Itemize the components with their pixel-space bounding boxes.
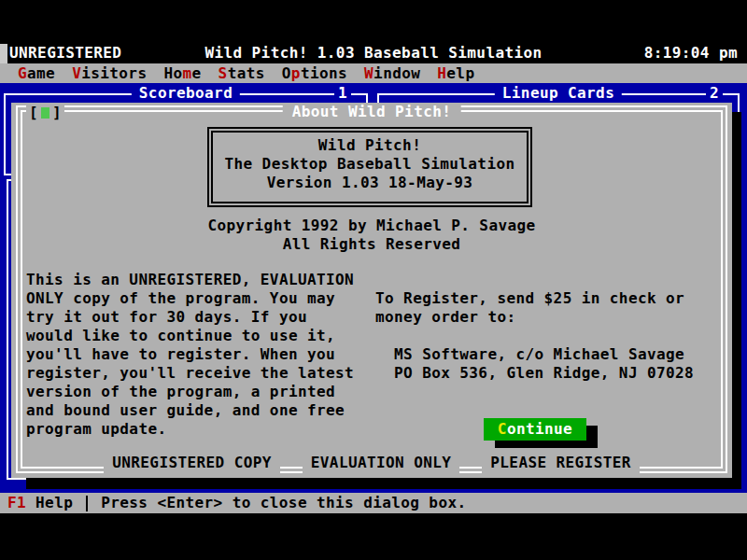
clock: 8:19:04 pm: [644, 44, 738, 63]
menu-hotkey-letter: S: [218, 64, 228, 82]
menu-item-game[interactable]: Game: [9, 64, 63, 83]
close-box-icon: [41, 107, 49, 119]
menu-item-help[interactable]: Help: [429, 64, 483, 83]
registration-info-line: [375, 327, 694, 345]
window-lineup-cards-number: 2: [706, 84, 723, 103]
dialog-close-button[interactable]: []: [26, 104, 64, 122]
menu-item-stats[interactable]: Stats: [210, 64, 274, 83]
menu-bar: GameVisitorsHomeStatsOptionsWindowHelp: [0, 63, 747, 83]
status-separator: [86, 496, 88, 511]
f1-key-label[interactable]: F1: [7, 494, 26, 512]
evaluation-notice-text: This is an UNREGISTERED, EVALUATIONONLY …: [26, 271, 354, 439]
about-dialog: [] About Wild Pitch! Wild Pitch! The Des…: [11, 103, 732, 478]
menu-hotkey-letter: W: [364, 64, 374, 82]
evaluation-notice-line: you'll have to register. When you: [26, 345, 354, 364]
continue-button-label: ontinue: [507, 420, 572, 438]
evaluation-notice-line: register, you'll receive the latest: [26, 364, 354, 383]
window-scoreboard-number: 1: [334, 84, 351, 103]
menu-hotkey-letter: V: [72, 64, 81, 82]
help-label[interactable]: Help: [35, 494, 73, 512]
registration-info-line: money order to:: [375, 308, 694, 327]
program-info-box: Wild Pitch! The Desktop Baseball Simulat…: [207, 127, 532, 207]
footer-banner-text: UNREGISTERED COPY: [104, 454, 280, 476]
continue-button[interactable]: Continue: [484, 418, 586, 441]
evaluation-notice-line: program update.: [26, 420, 354, 439]
footer-banner-text: EVALUATION ONLY: [303, 454, 460, 476]
continue-button-hotkey: C: [498, 420, 507, 438]
registration-info-text: To Register, send $25 in check ormoney o…: [375, 289, 694, 383]
menu-hotkey-letter: m: [183, 64, 192, 82]
evaluation-notice-line: version of the program, a printed: [26, 383, 354, 401]
menu-item-options[interactable]: Options: [274, 64, 356, 83]
evaluation-notice-line: This is an UNREGISTERED, EVALUATION: [26, 271, 354, 289]
evaluation-notice-line: and bound user guide, and one free: [26, 401, 354, 420]
evaluation-notice-line: try it out for 30 days. If you: [26, 308, 354, 327]
program-name: Wild Pitch!: [209, 136, 530, 155]
app-title: Wild Pitch! 1.03 Baseball Simulation: [0, 44, 747, 63]
footer-banner-text: PLEASE REGISTER: [482, 454, 640, 476]
menu-hotkey-letter: H: [437, 64, 446, 82]
desktop: Scoreboard 1 Lineup Cards 2 [] About Wil…: [0, 83, 747, 493]
window-scoreboard-title[interactable]: Scoreboard: [132, 84, 240, 103]
registration-info-line: To Register, send $25 in check or: [375, 289, 694, 308]
menu-item-window[interactable]: Window: [356, 64, 429, 83]
menu-item-home[interactable]: Home: [155, 64, 209, 83]
status-message: Press <Enter> to close this dialog box.: [101, 494, 466, 512]
registration-info-line: PO Box 536, Glen Ridge, NJ 07028: [375, 364, 694, 383]
dialog-title: About Wild Pitch!: [283, 103, 461, 121]
footer-line-segment: [459, 454, 482, 476]
evaluation-notice-line: would like to continue to use it,: [26, 327, 354, 345]
rights-line: All Rights Reserved: [11, 235, 732, 254]
menu-item-visitors[interactable]: Visitors: [63, 64, 155, 83]
copyright-line: Copyright 1992 by Michael P. Savage: [11, 217, 732, 235]
program-version: Version 1.03 18-May-93: [209, 174, 530, 192]
copyright-block: Copyright 1992 by Michael P. Savage All …: [11, 217, 732, 254]
title-bar: UNREGISTERED Wild Pitch! 1.03 Baseball S…: [0, 44, 747, 63]
window-lineup-cards-title[interactable]: Lineup Cards: [495, 84, 622, 103]
menu-hotkey-letter: G: [18, 64, 27, 82]
status-bar: F1 Help Press <Enter> to close this dial…: [0, 493, 747, 513]
menu-hotkey-letter: p: [291, 64, 301, 82]
evaluation-notice-line: ONLY copy of the program. You may: [26, 289, 354, 308]
app-screen: UNREGISTERED Wild Pitch! 1.03 Baseball S…: [0, 0, 747, 560]
registration-info-line: MS Software, c/o Michael Savage: [375, 345, 694, 364]
dialog-footer-banner: UNREGISTERED COPYEVALUATION ONLYPLEASE R…: [11, 454, 732, 476]
program-subtitle: The Desktop Baseball Simulation: [209, 155, 530, 174]
footer-line-segment: [280, 454, 303, 476]
